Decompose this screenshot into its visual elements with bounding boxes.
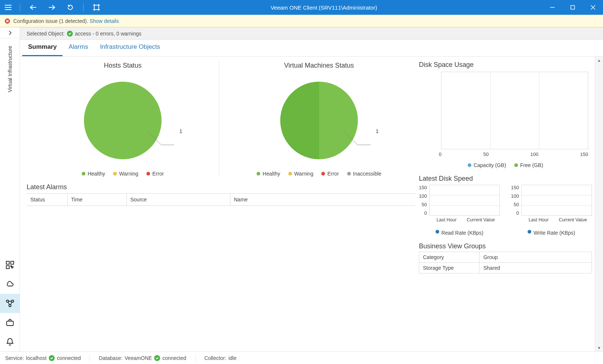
legend-inaccessible: Inaccessible — [347, 171, 382, 177]
legend-error: Error — [146, 171, 164, 177]
rail-section-label: Virtual Infrastructure — [7, 46, 13, 92]
navigation-rail: Virtual Infrastructure — [0, 27, 20, 351]
status-bar: Service: localhost connected Database: V… — [0, 351, 603, 364]
legend-warning-label: Warning — [119, 171, 138, 177]
write-rate-panel: 150 100 50 0 — [511, 185, 592, 236]
cell-category: Storage Type — [419, 263, 480, 273]
status-ok-icon — [67, 31, 73, 37]
legend-healthy-label: Healthy — [262, 171, 280, 177]
legend-free-label: Free (GB) — [520, 162, 543, 168]
latest-alarms-title: Latest Alarms — [27, 183, 415, 191]
xtick: 100 — [531, 152, 539, 157]
scroll-down-icon[interactable]: ▼ — [595, 344, 603, 351]
status-db-name: VeeamONE — [125, 355, 152, 361]
xtick: Last Hour — [529, 217, 549, 222]
legend-healthy: Healthy — [257, 171, 280, 177]
ytick: 150 — [511, 185, 519, 190]
legend-warning: Warning — [113, 171, 138, 177]
ytick: 100 — [419, 193, 427, 199]
vertical-scrollbar[interactable]: ▲ ▼ — [595, 57, 603, 351]
callout-line — [148, 132, 174, 147]
xtick: Current Value — [559, 217, 587, 222]
ytick: 150 — [419, 185, 427, 190]
read-rate-legend: Read Rate (KBps) — [441, 230, 484, 236]
table-row[interactable]: Storage Type Shared — [419, 263, 592, 273]
back-button[interactable] — [24, 0, 43, 15]
latest-alarms-table: Status Time Source Name — [27, 193, 415, 206]
selected-object-label: Selected Object: — [27, 31, 65, 37]
show-details-link[interactable]: Show details — [89, 18, 119, 24]
rail-item-business[interactable] — [0, 313, 20, 332]
status-collector-label: Collector: — [204, 355, 226, 361]
refresh-button[interactable] — [61, 0, 79, 15]
xtick: 50 — [483, 152, 488, 157]
forward-button[interactable] — [43, 0, 61, 15]
rail-item-backup[interactable] — [0, 275, 20, 294]
svg-point-18 — [9, 305, 11, 307]
svg-rect-5 — [571, 6, 575, 9]
svg-rect-13 — [6, 266, 9, 269]
xtick: Last Hour — [437, 217, 457, 222]
status-ok-icon — [49, 355, 55, 361]
hosts-status-value: 1 — [179, 128, 182, 134]
legend-warning-label: Warning — [294, 171, 314, 177]
cell-group: Shared — [480, 263, 592, 273]
expand-rail-button[interactable] — [0, 27, 20, 38]
xtick: Current Value — [467, 217, 495, 222]
warning-text: Configuration issue (1 detected). — [13, 18, 88, 24]
close-button[interactable] — [583, 0, 603, 15]
fullscreen-button[interactable] — [87, 0, 106, 15]
title-bar: Veeam ONE Client (SRV111\Administrator) — [0, 0, 603, 15]
business-view-groups-table: Category Group Storage Type Shared — [419, 252, 592, 273]
hosts-status-panel: Hosts Status 1 Healthy Warning Error — [27, 61, 219, 177]
rail-item-qr[interactable] — [0, 255, 20, 275]
legend-free: Free (GB) — [514, 162, 543, 168]
col-time[interactable]: Time — [67, 194, 126, 206]
status-collector-state: idle — [228, 355, 237, 361]
xtick: 0 — [439, 152, 441, 157]
status-service-host: localhost — [26, 355, 47, 361]
status-db-state: connected — [162, 355, 186, 361]
disk-space-usage-chart — [441, 72, 588, 149]
col-source[interactable]: Source — [126, 194, 230, 206]
rail-item-alarms[interactable] — [0, 332, 20, 351]
status-ok-icon — [154, 355, 160, 361]
latest-disk-speed-title: Latest Disk Speed — [419, 175, 592, 183]
maximize-button[interactable] — [562, 0, 583, 15]
col-group[interactable]: Group — [480, 252, 592, 263]
ytick: 50 — [421, 202, 427, 207]
configuration-warning-bar: Configuration issue (1 detected). Show d… — [0, 15, 603, 27]
legend-healthy: Healthy — [82, 171, 105, 177]
ytick: 100 — [511, 193, 519, 199]
hamburger-button[interactable] — [0, 0, 16, 15]
disk-space-usage-panel: Disk Space Usage 0 50 100 150 Capac — [419, 61, 592, 168]
ytick: 0 — [424, 210, 427, 216]
error-icon — [4, 18, 10, 24]
vm-status-value: 1 — [376, 128, 379, 134]
read-rate-panel: 150 100 50 0 — [419, 185, 500, 236]
ytick: 50 — [514, 202, 519, 207]
legend-healthy-label: Healthy — [88, 171, 105, 177]
read-rate-chart — [429, 185, 500, 216]
tab-bar: Summary Alarms Infrastructure Objects — [20, 40, 603, 57]
legend-warning: Warning — [288, 171, 314, 177]
rail-item-virtual-infrastructure[interactable] — [0, 294, 20, 313]
col-name[interactable]: Name — [230, 194, 415, 206]
tab-summary[interactable]: Summary — [22, 40, 62, 56]
legend-error-label: Error — [327, 171, 339, 177]
write-rate-chart — [521, 185, 592, 216]
tab-alarms[interactable]: Alarms — [62, 40, 94, 56]
status-db-label: Database: — [99, 355, 122, 361]
minimize-button[interactable] — [542, 0, 562, 15]
col-category[interactable]: Category — [419, 252, 480, 263]
status-service-state: connected — [57, 355, 81, 361]
svg-rect-19 — [7, 321, 13, 326]
svg-rect-11 — [6, 261, 9, 264]
write-rate-legend: Write Rate (KBps) — [533, 230, 575, 236]
col-status[interactable]: Status — [27, 194, 67, 206]
scroll-up-icon[interactable]: ▲ — [595, 57, 603, 64]
xtick: 150 — [580, 152, 588, 157]
tab-infrastructure-objects[interactable]: Infrastructure Objects — [94, 40, 166, 56]
svg-rect-3 — [94, 5, 99, 10]
business-view-groups-title: Business View Groups — [419, 242, 592, 250]
